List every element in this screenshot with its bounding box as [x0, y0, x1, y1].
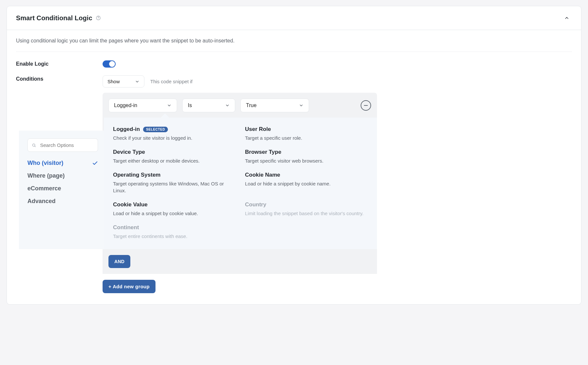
remove-condition-button[interactable] [361, 100, 371, 111]
option-logged-in[interactable]: Logged-inSELECTEDCheck if your site visi… [113, 126, 236, 142]
option-cookie-name[interactable]: Cookie NameLoad or hide a snippet by coo… [245, 172, 368, 195]
chevron-down-icon [225, 103, 230, 108]
option-country: CountryLimit loading the snippet based o… [245, 201, 368, 217]
operator-select-value: Is [188, 103, 192, 108]
sidebar-tab-who[interactable]: Who (visitor) [27, 160, 98, 167]
help-icon[interactable] [95, 15, 101, 21]
value-select[interactable]: True [240, 99, 309, 112]
enable-logic-label: Enable Logic [16, 60, 93, 67]
option-title: Country [245, 201, 266, 208]
check-icon [92, 160, 98, 166]
option-desc: Target entire continents with ease. [113, 233, 236, 240]
option-desc: Check if your site visitor is logged in. [113, 135, 236, 142]
option-title: Logged-in [113, 126, 140, 133]
option-desc: Load or hide a snippet by cookie name. [245, 180, 368, 187]
search-input[interactable] [40, 142, 94, 148]
card-header: Smart Conditional Logic [7, 6, 581, 30]
option-title: Browser Type [245, 149, 281, 155]
option-desc: Load or hide a snippet by cookie value. [113, 210, 236, 217]
field-select-value: Logged-in [114, 103, 137, 108]
option-title: Operating System [113, 172, 161, 178]
option-continent: ContinentTarget entire continents with e… [113, 224, 236, 240]
option-desc: Target a specific user role. [245, 135, 368, 142]
sidebar-tab-label: eCommerce [27, 185, 61, 192]
option-desc: Target either desktop or mobile devices. [113, 157, 236, 165]
option-user-role[interactable]: User RoleTarget a specific user role. [245, 126, 368, 142]
description: Using conditional logic you can limit th… [16, 38, 572, 52]
conditions-sentence: This code snippet if [150, 79, 192, 84]
smart-conditional-logic-card: Smart Conditional Logic Using conditiona… [7, 6, 581, 305]
add-group-button[interactable]: + Add new group [103, 280, 155, 293]
option-title: Continent [113, 224, 139, 231]
collapse-button[interactable] [562, 13, 572, 23]
option-title: Device Type [113, 149, 145, 155]
value-select-value: True [246, 103, 256, 108]
options-panel: Logged-inSELECTEDCheck if your site visi… [104, 118, 377, 249]
chevron-down-icon [135, 79, 139, 84]
option-browser-type[interactable]: Browser TypeTarget specific visitor web … [245, 149, 368, 165]
option-cookie-value[interactable]: Cookie ValueLoad or hide a snippet by co… [113, 201, 236, 217]
option-title: User Role [245, 126, 271, 133]
minus-icon [364, 105, 368, 106]
page-title: Smart Conditional Logic [16, 14, 92, 22]
option-desc: Target specific visitor web browsers. [245, 157, 368, 165]
sidebar-tab-advanced[interactable]: Advanced [27, 198, 98, 205]
option-desc: Target operating systems like Windows, M… [113, 180, 236, 195]
option-desc: Limit loading the snippet based on the v… [245, 210, 368, 217]
mode-select[interactable]: Show [103, 75, 144, 87]
sidebar-tab-label: Advanced [27, 198, 56, 205]
option-operating-system[interactable]: Operating SystemTarget operating systems… [113, 172, 236, 195]
and-button[interactable]: AND [108, 255, 130, 268]
enable-logic-toggle[interactable] [103, 60, 116, 68]
operator-select[interactable]: Is [182, 99, 235, 112]
sidebar-tab-label: Who (visitor) [27, 160, 63, 167]
conditions-label: Conditions [16, 75, 93, 82]
search-icon [32, 143, 36, 148]
option-title: Cookie Value [113, 201, 148, 208]
sidebar-tab-ecommerce[interactable]: eCommerce [27, 185, 98, 192]
svg-line-3 [35, 146, 35, 147]
chevron-down-icon [167, 103, 172, 108]
search-input-wrap[interactable] [27, 138, 98, 152]
mode-select-value: Show [107, 79, 120, 84]
options-sidebar: Who (visitor)Where (page)eCommerceAdvanc… [19, 131, 104, 249]
selected-badge: SELECTED [143, 127, 168, 132]
svg-point-1 [98, 19, 99, 19]
field-select[interactable]: Logged-in [108, 99, 177, 112]
option-device-type[interactable]: Device TypeTarget either desktop or mobi… [113, 149, 236, 165]
sidebar-tab-label: Where (page) [27, 172, 65, 179]
condition-group: Logged-in Is True [103, 93, 377, 274]
sidebar-tab-where[interactable]: Where (page) [27, 172, 98, 179]
chevron-down-icon [299, 103, 303, 108]
option-title: Cookie Name [245, 172, 280, 178]
